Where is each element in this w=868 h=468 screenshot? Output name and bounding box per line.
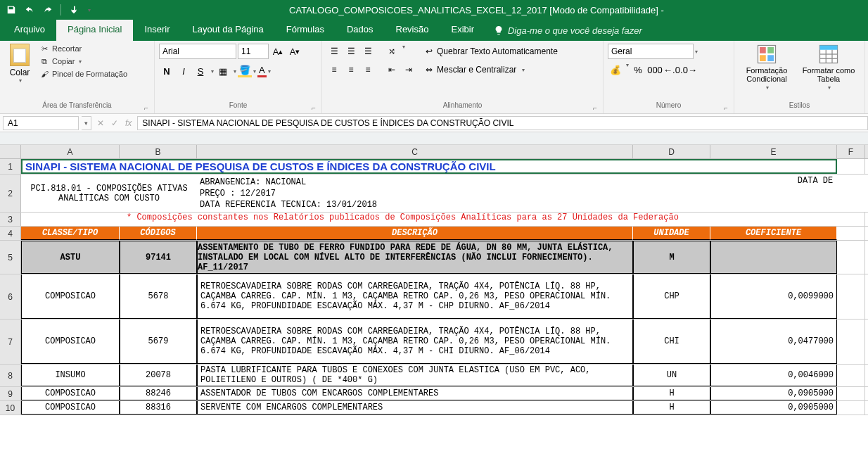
r6-classe[interactable]: COMPOSICAO <box>21 274 120 319</box>
cancel-formula-icon[interactable]: ✕ <box>97 118 104 128</box>
row-header-3[interactable]: 3 <box>0 213 21 226</box>
r10-coef[interactable]: 0,0905000 <box>710 401 837 415</box>
align-top-icon[interactable]: ☰ <box>326 44 342 59</box>
r7-desc[interactable]: RETROESCAVADEIRA SOBRE RODAS COM CARREGA… <box>197 320 633 364</box>
r6-coef[interactable]: 0,0099000 <box>710 274 837 319</box>
r7-coef[interactable]: 0,0477000 <box>710 320 837 364</box>
tab-inserir[interactable]: Inserir <box>133 20 181 41</box>
header-classe[interactable]: CLASSE/TIPO <box>21 227 120 240</box>
font-color-button[interactable]: A▾ <box>257 65 271 77</box>
r6-unid[interactable]: CHP <box>633 274 710 319</box>
alignment-launcher-icon[interactable]: ⌐ <box>593 104 601 113</box>
name-box[interactable] <box>3 116 79 130</box>
tab-formulas[interactable]: Fórmulas <box>275 20 336 41</box>
accept-formula-icon[interactable]: ✓ <box>111 118 118 128</box>
col-E[interactable]: E <box>710 145 837 158</box>
decrease-indent-icon[interactable]: ⇤ <box>384 62 400 77</box>
r6-codigo[interactable]: 5678 <box>120 274 197 319</box>
save-icon[interactable] <box>6 4 17 15</box>
wrap-text-button[interactable]: ↩ Quebrar Texto Automaticamente <box>421 44 563 59</box>
r5-unid[interactable]: M <box>633 241 710 274</box>
clipboard-launcher-icon[interactable]: ⌐ <box>144 104 153 113</box>
col-A[interactable]: A <box>21 145 120 158</box>
conditional-formatting-button[interactable]: Formatação Condicional▾ <box>739 44 795 91</box>
r7-unid[interactable]: CHI <box>633 320 710 364</box>
borders-button[interactable]: ▦ <box>215 63 231 79</box>
fill-color-button[interactable]: 🪣▾ <box>238 65 256 77</box>
number-launcher-icon[interactable]: ⌐ <box>724 104 732 113</box>
header-codigos[interactable]: CÓDIGOS <box>120 227 197 240</box>
row-header-4[interactable]: 4 <box>0 227 21 240</box>
col-F[interactable]: F <box>837 145 865 158</box>
tab-revisao[interactable]: Revisão <box>385 20 440 41</box>
select-all-corner[interactable] <box>0 145 21 158</box>
cut-button[interactable]: ✂ Recortar <box>39 44 127 53</box>
header-unidade[interactable]: UNIDADE <box>633 227 710 240</box>
meta-right-cell[interactable]: ABRANGENCIA: NACIONAL PREÇO : 12/2017 DA… <box>197 175 762 212</box>
row-header-2[interactable]: 2 <box>0 175 21 212</box>
col-B[interactable]: B <box>120 145 197 158</box>
undo-icon[interactable] <box>24 4 35 15</box>
col-C[interactable]: C <box>197 145 633 158</box>
paste-button[interactable]: Colar ▾ <box>4 44 35 84</box>
r5-codigo[interactable]: 97141 <box>120 241 197 274</box>
header-descricao[interactable]: DESCRIÇÃO <box>197 227 633 240</box>
format-as-table-button[interactable]: Formatar como Tabela▾ <box>800 44 857 91</box>
name-box-dropdown-icon[interactable]: ▾ <box>82 116 91 130</box>
underline-button[interactable]: S <box>193 63 208 79</box>
row-header-5[interactable]: 5 <box>0 241 21 274</box>
r5-classe[interactable]: ASTU <box>21 241 120 274</box>
increase-decimal-icon[interactable]: ←.0 <box>664 62 679 77</box>
r8-coef[interactable]: 0,0046000 <box>710 365 837 386</box>
r6-desc[interactable]: RETROESCAVADEIRA SOBRE RODAS COM CARREGA… <box>197 274 633 319</box>
meta-left-cell[interactable]: PCI.818.01 - COMPOSIÇÕES ATIVAS ANALÍTIC… <box>21 175 197 212</box>
row-header-9[interactable]: 9 <box>0 387 21 400</box>
number-format-combo[interactable] <box>608 44 694 59</box>
redo-icon[interactable] <box>42 4 53 15</box>
r9-coef[interactable]: 0,0905000 <box>710 387 837 400</box>
copy-button[interactable]: ⧉ Copiar▾ <box>39 56 127 66</box>
increase-indent-icon[interactable]: ⇥ <box>401 62 416 77</box>
r10-unid[interactable]: H <box>633 401 710 415</box>
tab-layout[interactable]: Layout da Página <box>181 20 275 41</box>
row-header-6[interactable]: 6 <box>0 274 21 319</box>
font-name-combo[interactable] <box>159 44 236 59</box>
note-cell[interactable]: * Composições constantes nos Relatórios … <box>21 213 837 226</box>
spreadsheet-grid[interactable]: A B C D E F 1 SINAPI - SISTEMA NACIONAL … <box>0 145 868 415</box>
r9-unid[interactable]: H <box>633 387 710 400</box>
r5-desc[interactable]: ASSENTAMENTO DE TUBO DE FERRO FUNDIDO PA… <box>197 241 633 274</box>
decrease-font-icon[interactable]: A▾ <box>287 44 302 59</box>
tab-pagina-inicial[interactable]: Página Inicial <box>56 20 133 41</box>
align-center-icon[interactable]: ≡ <box>343 62 359 77</box>
accounting-format-icon[interactable]: 💰 <box>608 62 623 77</box>
r8-desc[interactable]: PASTA LUBRIFICANTE PARA TUBOS E CONEXOES… <box>197 365 633 386</box>
row-header-7[interactable]: 7 <box>0 320 21 364</box>
r8-unid[interactable]: UN <box>633 365 710 386</box>
font-launcher-icon[interactable]: ⌐ <box>312 104 320 113</box>
tab-dados[interactable]: Dados <box>336 20 385 41</box>
r10-desc[interactable]: SERVENTE COM ENCARGOS COMPLEMENTARES <box>197 401 633 415</box>
row-header-8[interactable]: 8 <box>0 365 21 386</box>
tell-me-search[interactable]: Diga-me o que você deseja fazer <box>485 20 642 41</box>
format-painter-button[interactable]: 🖌 Pincel de Formatação <box>39 69 127 79</box>
orientation-icon[interactable]: ⤭ <box>384 44 400 59</box>
touch-mode-icon[interactable] <box>68 4 79 15</box>
comma-format-icon[interactable]: 000 <box>647 62 663 77</box>
r5-coef[interactable] <box>710 241 837 274</box>
tab-exibir[interactable]: Exibir <box>440 20 485 41</box>
header-coeficiente[interactable]: COEFICIENTE <box>710 227 837 240</box>
row-header-10[interactable]: 10 <box>0 401 21 415</box>
r8-codigo[interactable]: 20078 <box>120 365 197 386</box>
merge-center-button[interactable]: ⇔ Mesclar e Centralizar▾ <box>421 62 563 77</box>
col-D[interactable]: D <box>633 145 710 158</box>
r8-classe[interactable]: INSUMO <box>21 365 120 386</box>
r7-classe[interactable]: COMPOSICAO <box>21 320 120 364</box>
r10-codigo[interactable]: 88316 <box>120 401 197 415</box>
decrease-decimal-icon[interactable]: .0→ <box>681 62 696 77</box>
increase-font-icon[interactable]: A▴ <box>270 44 286 59</box>
r10-classe[interactable]: COMPOSICAO <box>21 401 120 415</box>
percent-format-icon[interactable]: % <box>630 62 646 77</box>
r7-codigo[interactable]: 5679 <box>120 320 197 364</box>
bold-button[interactable]: N <box>159 63 174 79</box>
align-middle-icon[interactable]: ☰ <box>343 44 359 59</box>
